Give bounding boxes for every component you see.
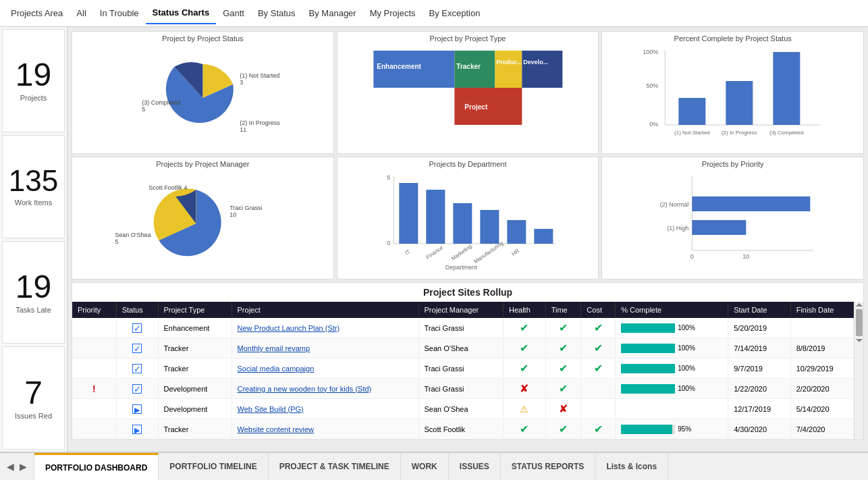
cell-status: ▶	[116, 419, 158, 439]
chart-priority: Projects by Priority 0 10 (2) Normal (1)…	[601, 157, 864, 279]
cell-status: ✓	[116, 318, 158, 338]
cell-health: ✔	[503, 338, 545, 358]
cell-project[interactable]: Social media campaign	[232, 358, 418, 379]
cell-project[interactable]: New Product Launch Plan (Str)	[232, 318, 418, 338]
chart-project-manager: Projects by Project Manager Sean O'Shea …	[72, 157, 334, 279]
cell-time: ✘	[545, 399, 581, 419]
svg-rect-37	[426, 190, 445, 244]
cell-priority	[72, 338, 116, 358]
cell-health: ✔	[503, 419, 545, 439]
col-cost: Cost	[581, 302, 616, 318]
svg-rect-23	[774, 52, 801, 125]
cell-type: Tracker	[158, 358, 232, 379]
chart-title-project-type: Project by Project Type	[340, 34, 596, 43]
svg-text:0: 0	[387, 240, 390, 246]
cell-type: Enhancement	[158, 318, 232, 338]
svg-text:0: 0	[690, 253, 694, 260]
cell-finish: 10/29/2019	[790, 358, 853, 379]
svg-rect-36	[399, 183, 418, 244]
tab-portfolio-dashboard[interactable]: PORTFOLIO DASHBOARD	[34, 453, 159, 480]
cell-finish: 8/8/2019	[790, 338, 853, 358]
svg-rect-41	[534, 229, 553, 244]
cell-cost: ✔	[581, 338, 616, 358]
cell-project[interactable]: Creating a new wooden toy for kids (Std)	[232, 379, 418, 399]
svg-rect-55	[693, 220, 747, 235]
tab-lists-icons[interactable]: Lists & Icons	[595, 453, 668, 480]
top-nav: Projects Area All In Trouble Status Char…	[0, 0, 868, 27]
svg-text:IT: IT	[404, 248, 411, 257]
tab-portfolio-timeline[interactable]: PORTFOLIO TIMELINE	[159, 453, 268, 480]
table-title: Project Sites Rollup	[72, 283, 863, 302]
nav-my-projects[interactable]: My Projects	[363, 3, 423, 24]
table-row: ✓TrackerMonthly email revampSean O'Shea✔…	[72, 338, 854, 358]
svg-rect-40	[507, 220, 526, 244]
nav-next[interactable]: ▶	[17, 460, 30, 473]
stat-projects: 19 Projects	[2, 29, 65, 132]
chart-title-priority: Projects by Priority	[605, 160, 861, 168]
col-manager: Project Manager	[418, 302, 503, 318]
tab-status-reports[interactable]: STATUS REPORTS	[501, 453, 596, 480]
stat-issues-red-number: 7	[24, 377, 43, 409]
svg-text:(3) Completed: (3) Completed	[769, 130, 804, 136]
svg-text:(2) In Progress: (2) In Progress	[722, 130, 757, 136]
nav-by-manager[interactable]: By Manager	[302, 3, 363, 24]
cell-time: ✔	[545, 419, 581, 439]
nav-prev[interactable]: ◀	[4, 460, 17, 473]
nav-gantt[interactable]: Gantt	[216, 3, 251, 24]
cell-status: ▶	[116, 399, 158, 419]
stat-tasks-late-number: 19	[16, 271, 51, 303]
cell-time: ✔	[545, 338, 581, 358]
svg-text:(3) Completed: (3) Completed	[142, 99, 180, 106]
cell-time: ✔	[545, 358, 581, 379]
stat-tasks-late: 19 Tasks Late	[2, 241, 65, 344]
cell-finish: 2/20/2020	[790, 379, 853, 399]
tab-project-task-timeline[interactable]: PROJECT & TASK TIMELINE	[269, 453, 401, 480]
svg-rect-21	[679, 98, 706, 125]
tab-work[interactable]: WORK	[401, 453, 449, 480]
table-row: ✓EnhancementNew Product Launch Plan (Str…	[72, 318, 854, 338]
nav-projects-area[interactable]: Projects Area	[4, 3, 70, 24]
cell-health: ✘	[503, 379, 545, 399]
svg-text:10: 10	[229, 211, 236, 218]
nav-status-charts[interactable]: Status Charts	[146, 2, 217, 24]
cell-health: ⚠	[503, 399, 545, 419]
cell-manager: Traci Grassi	[418, 379, 503, 399]
tab-issues[interactable]: ISSUES	[449, 453, 501, 480]
cell-pct: 95%	[616, 419, 728, 439]
svg-text:11: 11	[240, 126, 246, 133]
cell-status: ✓	[116, 358, 158, 379]
cell-project[interactable]: Monthly email revamp	[232, 338, 418, 358]
nav-in-trouble[interactable]: In Trouble	[93, 3, 146, 24]
table-row: ▶TrackerWebsite content reviewScott Foot…	[72, 419, 854, 439]
cell-type: Tracker	[158, 338, 232, 358]
chart-project-status: Project by Project Status (1) Not Starte…	[72, 31, 334, 154]
svg-text:Traci Grassi: Traci Grassi	[229, 205, 262, 211]
table-row: ✓TrackerSocial media campaignTraci Grass…	[72, 358, 854, 379]
cell-project[interactable]: Web Site Build (PG)	[232, 399, 418, 419]
svg-text:Produc...: Produc...	[496, 59, 522, 65]
nav-by-exception[interactable]: By Exception	[423, 3, 487, 24]
col-start: Start Date	[728, 302, 791, 318]
chart-project-type: Project by Project Type Enhancement Trac…	[337, 31, 599, 154]
svg-rect-22	[726, 81, 753, 125]
cell-health: ✔	[503, 318, 545, 338]
bottom-tabs: ◀ ▶ PORTFOLIO DASHBOARD PORTFOLIO TIMELI…	[0, 452, 868, 480]
col-type: Project Type	[158, 302, 232, 318]
cell-pct: 100%	[616, 358, 728, 379]
cell-project[interactable]: Website content review	[232, 419, 418, 439]
svg-text:(1) Not Started: (1) Not Started	[240, 72, 279, 79]
cell-priority	[72, 318, 116, 338]
cell-start: 1/22/2020	[728, 379, 791, 399]
col-time: Time	[545, 302, 581, 318]
cell-health: ✔	[503, 358, 545, 379]
cell-manager: Scott Footlik	[418, 419, 503, 439]
col-pct: % Complete	[616, 302, 728, 318]
nav-by-status[interactable]: By Status	[251, 3, 302, 24]
svg-text:10: 10	[743, 253, 750, 260]
chart-title-project-manager: Projects by Project Manager	[75, 160, 331, 168]
svg-text:Tracker: Tracker	[456, 63, 481, 70]
table-section: Project Sites Rollup Priority Status Pro…	[72, 282, 864, 440]
nav-all[interactable]: All	[70, 3, 92, 24]
svg-rect-12	[522, 51, 562, 88]
stat-projects-label: Projects	[20, 94, 47, 102]
